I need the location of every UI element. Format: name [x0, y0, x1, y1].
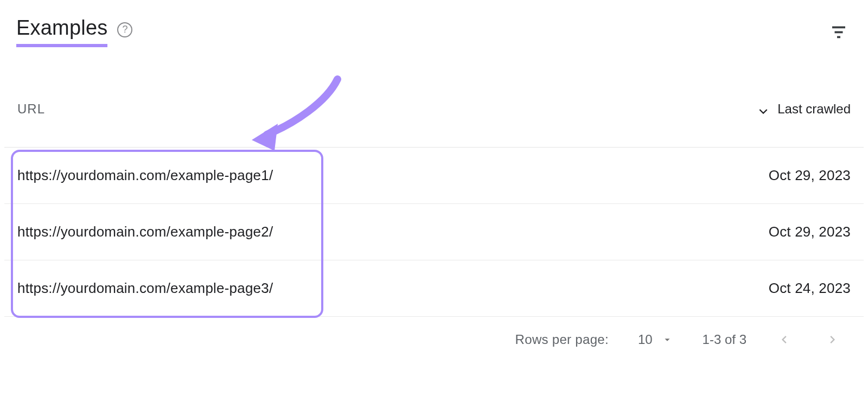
table-row[interactable]: https://yourdomain.com/example-page2/ Oc… [4, 204, 864, 260]
table-row[interactable]: https://yourdomain.com/example-page1/ Oc… [4, 148, 864, 204]
table-row[interactable]: https://yourdomain.com/example-page3/ Oc… [4, 260, 864, 317]
help-icon[interactable]: ? [117, 22, 132, 37]
pagination: Rows per page: 10 1-3 of 3 [4, 317, 864, 352]
table-body: https://yourdomain.com/example-page1/ Oc… [4, 148, 864, 317]
arrow-down-icon [756, 101, 771, 117]
examples-table: URL Last crawled https://yourdomain.com/… [4, 101, 864, 352]
cell-date: Oct 29, 2023 [769, 167, 851, 184]
col-last-crawled-label: Last crawled [777, 101, 851, 117]
page-range: 1-3 of 3 [703, 332, 746, 347]
cell-url: https://yourdomain.com/example-page3/ [17, 280, 273, 297]
cell-url: https://yourdomain.com/example-page1/ [17, 167, 273, 184]
filter-icon[interactable] [826, 19, 852, 45]
table-header: URL Last crawled [4, 101, 864, 148]
page-title: Examples [16, 16, 107, 47]
pagination-nav [771, 328, 845, 352]
cell-url: https://yourdomain.com/example-page2/ [17, 224, 273, 240]
col-url: URL [17, 101, 45, 117]
prev-page-button[interactable] [771, 328, 795, 352]
title-wrap: Examples ? [16, 16, 132, 47]
col-last-crawled[interactable]: Last crawled [756, 101, 851, 117]
rows-per-page-select[interactable]: 10 [634, 330, 678, 349]
cell-date: Oct 29, 2023 [769, 224, 851, 240]
chevron-down-icon [661, 334, 673, 346]
rows-per-page-value: 10 [638, 332, 653, 347]
next-page-button[interactable] [821, 328, 845, 352]
header: Examples ? [0, 0, 868, 53]
cell-date: Oct 24, 2023 [769, 280, 851, 297]
rows-per-page-label: Rows per page: [515, 332, 609, 347]
